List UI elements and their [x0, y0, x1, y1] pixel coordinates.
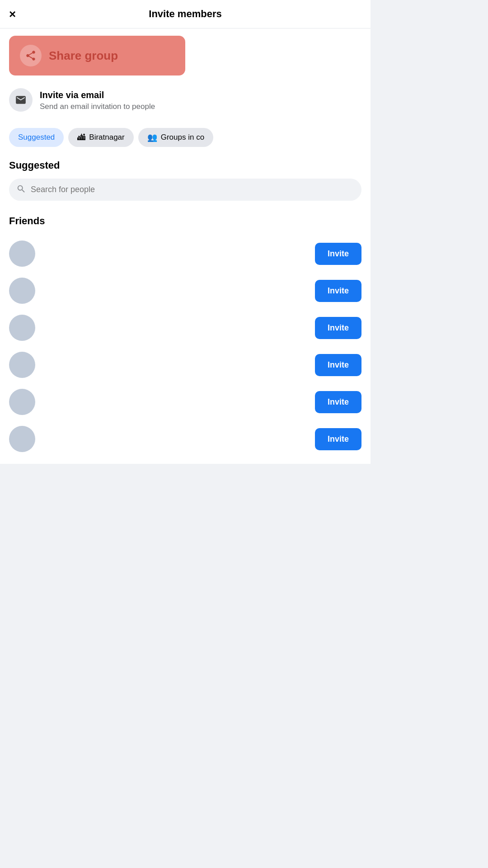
- table-row: Invite: [9, 384, 361, 420]
- page-title: Invite members: [149, 8, 221, 20]
- avatar: [9, 278, 35, 304]
- friend-list: Invite Invite Invite Invite Invite: [9, 236, 361, 457]
- friend-info: [9, 352, 315, 378]
- share-group-button[interactable]: Share group: [9, 36, 185, 75]
- table-row: Invite: [9, 347, 361, 382]
- suggested-section-title: Suggested: [9, 156, 361, 179]
- tab-suggested-label: Suggested: [18, 133, 55, 142]
- avatar: [9, 315, 35, 341]
- table-row: Invite: [9, 273, 361, 308]
- invite-button-3[interactable]: Invite: [315, 317, 361, 339]
- avatar: [9, 352, 35, 378]
- invite-button-4[interactable]: Invite: [315, 354, 361, 376]
- email-icon: [9, 88, 33, 112]
- invite-button-2[interactable]: Invite: [315, 280, 361, 302]
- header: × Invite members: [0, 0, 371, 28]
- invite-email-text: Invite via email Send an email invitatio…: [40, 88, 155, 111]
- close-button[interactable]: ×: [9, 8, 16, 20]
- friend-info: [9, 389, 315, 415]
- search-icon: [16, 184, 26, 196]
- avatar: [9, 241, 35, 267]
- table-row: Invite: [9, 310, 361, 345]
- tab-suggested[interactable]: Suggested: [9, 128, 64, 147]
- avatar: [9, 389, 35, 415]
- invite-email-title: Invite via email: [40, 90, 155, 100]
- tab-groups-label: Groups in co: [161, 133, 204, 142]
- tab-biratnagar-label: Biratnagar: [89, 133, 124, 142]
- friend-info: [9, 241, 315, 267]
- invite-email-subtitle: Send an email invitation to people: [40, 102, 155, 111]
- tab-biratnagar[interactable]: 🏙 Biratnagar: [68, 128, 133, 147]
- avatar: [9, 426, 35, 452]
- table-row: Invite: [9, 236, 361, 271]
- invite-button-1[interactable]: Invite: [315, 243, 361, 265]
- share-group-label: Share group: [49, 49, 118, 63]
- main-content: Share group Invite via email Send an ema…: [0, 28, 371, 464]
- friends-section-title: Friends: [9, 212, 361, 236]
- groups-icon: 👥: [147, 132, 157, 142]
- tab-groups-in[interactable]: 👥 Groups in co: [138, 128, 213, 147]
- invite-button-5[interactable]: Invite: [315, 391, 361, 413]
- friend-info: [9, 426, 315, 452]
- invite-button-6[interactable]: Invite: [315, 428, 361, 450]
- friend-info: [9, 278, 315, 304]
- share-icon: [20, 45, 42, 66]
- search-container: [9, 179, 361, 201]
- search-input[interactable]: [9, 179, 361, 201]
- table-row: Invite: [9, 421, 361, 457]
- friend-info: [9, 315, 315, 341]
- city-icon: 🏙: [77, 133, 85, 142]
- tabs-container: Suggested 🏙 Biratnagar 👥 Groups in co: [9, 121, 361, 156]
- invite-email-row: Invite via email Send an email invitatio…: [9, 85, 361, 121]
